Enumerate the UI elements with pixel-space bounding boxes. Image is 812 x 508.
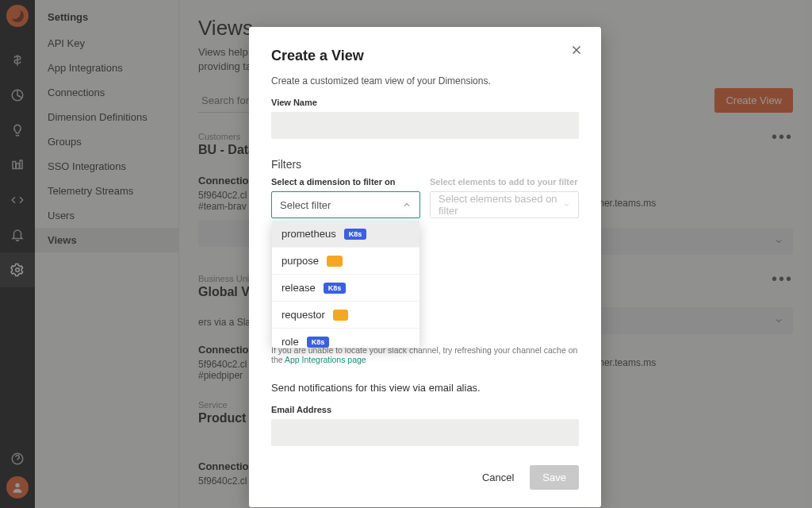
- select-dimension-label: Select a dimension to filter on: [271, 177, 420, 187]
- dropdown-item[interactable]: prometheusK8s: [272, 221, 419, 248]
- select-elements-label: Select elements to add to your filter: [430, 177, 579, 187]
- select-elements-dropdown: Select elements based on filter: [430, 191, 579, 218]
- modal-description: Create a customized team view of your Di…: [271, 75, 579, 87]
- chevron-down-icon: [562, 200, 571, 210]
- dropdown-item[interactable]: purpose: [272, 248, 419, 275]
- select-filter-placeholder: Select filter: [280, 199, 331, 211]
- select-filter-dropdown[interactable]: Select filter prometheusK8s purpose rele…: [271, 191, 420, 218]
- save-button[interactable]: Save: [530, 465, 579, 490]
- select-elements-placeholder: Select elements based on filter: [439, 193, 562, 217]
- modal-title: Create a View: [271, 48, 579, 64]
- chevron-up-icon: [402, 200, 412, 210]
- email-input[interactable]: [271, 419, 579, 446]
- dropdown-item[interactable]: requestor: [272, 302, 419, 329]
- filter-dropdown-menu: prometheusK8s purpose releaseK8s request…: [272, 221, 419, 348]
- dropdown-item[interactable]: releaseK8s: [272, 275, 419, 302]
- close-icon[interactable]: [569, 43, 584, 60]
- cancel-button[interactable]: Cancel: [477, 465, 519, 490]
- dropdown-item[interactable]: roleK8s: [272, 329, 419, 348]
- app-integrations-link[interactable]: App Integrations page: [285, 355, 366, 364]
- hint-text: If you are unable to locate your slack c…: [271, 345, 579, 364]
- email-label: Email Address: [271, 405, 579, 414]
- view-name-label: View Name: [271, 98, 579, 107]
- create-view-modal: Create a View Create a customized team v…: [249, 27, 601, 507]
- filters-heading: Filters: [271, 158, 579, 171]
- view-name-input[interactable]: [271, 112, 579, 139]
- notification-line: Send notifications for this view via ema…: [271, 382, 579, 394]
